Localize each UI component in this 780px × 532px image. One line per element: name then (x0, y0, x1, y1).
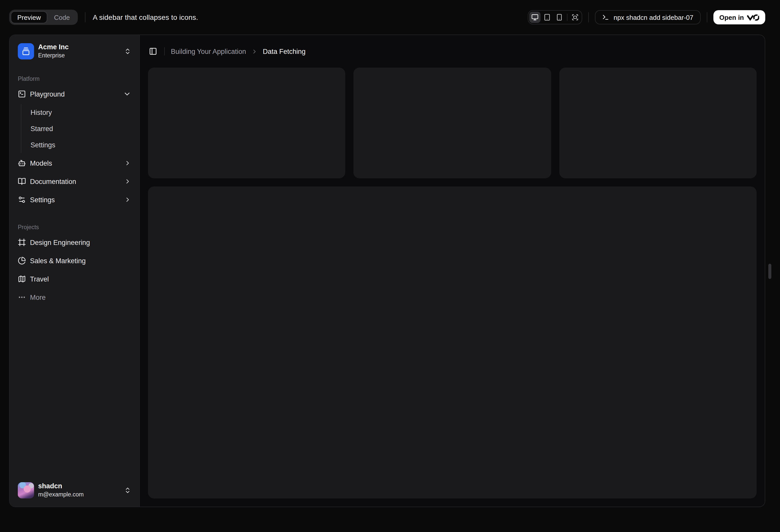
preview-toolbar: Preview Code A sidebar that collapses to… (0, 0, 780, 35)
content-body (140, 67, 765, 507)
chevrons-up-down-icon (124, 48, 131, 55)
fullscreen-icon (572, 14, 579, 21)
sidebar-item-label: Travel (30, 275, 49, 283)
sidebar-group-projects: Projects Design Engineering (14, 216, 135, 310)
tab-code[interactable]: Code (48, 11, 77, 23)
sidebar-item-more[interactable]: More (14, 289, 135, 305)
playground-submenu-wrap: History Starred Settings (14, 104, 135, 153)
settings-sliders-icon (18, 196, 26, 204)
sidebar-item-design-engineering[interactable]: Design Engineering (14, 234, 135, 251)
gallery-vertical-end-icon (22, 47, 30, 55)
sidebar-subitem-settings[interactable]: Settings (27, 138, 135, 152)
terminal-icon (602, 14, 609, 21)
placeholder-card (559, 67, 757, 178)
team-plan: Enterprise (38, 52, 69, 59)
sidebar-item-models[interactable]: Models (14, 155, 135, 171)
chevron-right-icon (124, 178, 131, 185)
sidebar-item-label: Playground (30, 90, 65, 98)
book-open-icon (18, 177, 26, 185)
sidebar-footer: shadcn m@example.com (14, 478, 135, 502)
group-label: Projects (14, 220, 135, 234)
sidebar-subitem-history[interactable]: History (27, 105, 135, 119)
sidebar-item-travel[interactable]: Travel (14, 271, 135, 287)
device-group-divider (567, 14, 568, 21)
monitor-icon (531, 14, 538, 21)
breadcrumb-section[interactable]: Building Your Application (171, 48, 246, 55)
user-avatar (18, 482, 34, 498)
user-menu-button[interactable]: shadcn m@example.com (14, 478, 135, 502)
view-toggle-group: Preview Code (9, 10, 78, 25)
placeholder-panel (148, 187, 757, 498)
breadcrumb-separator (251, 48, 258, 55)
user-email: m@example.com (38, 491, 84, 498)
sidebar-item-label: Models (30, 159, 52, 167)
sidebar-header: Acme Inc Enterprise (14, 39, 135, 63)
open-in-v0-button[interactable]: Open in (713, 10, 765, 24)
chevron-right-icon (251, 48, 258, 55)
placeholder-card (148, 67, 345, 178)
chevron-right-icon (124, 196, 131, 203)
desktop-view-button[interactable] (529, 12, 540, 23)
content-header: Building Your Application Data Fetching (140, 35, 765, 67)
chevron-down-icon (123, 90, 131, 98)
app-sidebar: Acme Inc Enterprise Platform (10, 35, 140, 507)
panel-left-icon (149, 47, 157, 55)
user-name: shadcn (38, 482, 84, 491)
frame-icon (18, 238, 26, 247)
breadcrumb: Building Your Application Data Fetching (171, 48, 306, 55)
ellipsis-icon (18, 293, 26, 301)
platform-menu: Playground History Starred Settings (14, 86, 135, 208)
sidebar-item-sales-marketing[interactable]: Sales & Marketing (14, 253, 135, 269)
smartphone-icon (556, 14, 563, 21)
fullscreen-button[interactable] (570, 12, 581, 23)
projects-menu: Design Engineering Sales & Marketing (14, 234, 135, 305)
sidebar-content: Platform Playground (14, 67, 135, 478)
header-divider (164, 47, 165, 55)
chevrons-up-down-icon (124, 487, 131, 494)
bot-icon (18, 159, 26, 167)
tab-preview[interactable]: Preview (11, 11, 48, 23)
page-scrollbar-thumb[interactable] (768, 264, 771, 279)
copy-command-button[interactable]: npx shadcn add sidebar-07 (595, 10, 701, 24)
v0-logo (747, 14, 759, 20)
device-toggle-group (528, 10, 582, 24)
sidebar-item-label: Sales & Marketing (30, 257, 86, 264)
playground-submenu: History Starred Settings (27, 104, 135, 153)
tablet-icon (544, 14, 551, 21)
block-preview-page: Preview Code A sidebar that collapses to… (0, 0, 780, 532)
command-text: npx shadcn add sidebar-07 (614, 13, 693, 21)
sidebar-item-label: Documentation (30, 177, 76, 185)
sidebar-item-label: Design Engineering (30, 238, 90, 246)
group-label: Platform (14, 72, 135, 86)
team-switcher-button[interactable]: Acme Inc Enterprise (14, 39, 135, 63)
team-name: Acme Inc (38, 44, 69, 52)
open-in-label: Open in (719, 13, 744, 21)
terminal-square-icon (18, 90, 26, 98)
sidebar-subitem-starred[interactable]: Starred (27, 121, 135, 136)
team-logo (18, 43, 34, 59)
breadcrumb-page: Data Fetching (263, 48, 306, 55)
sidebar-toggle-button[interactable] (146, 44, 160, 58)
user-info: shadcn m@example.com (38, 482, 84, 498)
map-icon (18, 275, 26, 283)
preview-frame: Acme Inc Enterprise Platform (9, 35, 765, 507)
mobile-view-button[interactable] (554, 12, 565, 23)
sidebar-item-label: More (30, 294, 46, 301)
sidebar-group-platform: Platform Playground (14, 67, 135, 212)
pie-chart-icon (18, 257, 26, 265)
chevron-right-icon (124, 160, 131, 167)
sidebar-item-label: Settings (30, 196, 55, 204)
tablet-view-button[interactable] (541, 12, 553, 23)
main-content: Building Your Application Data Fetching (140, 35, 765, 507)
sidebar-item-playground[interactable]: Playground (14, 86, 135, 102)
toolbar-divider (706, 12, 707, 22)
placeholder-card (354, 67, 551, 178)
team-info: Acme Inc Enterprise (38, 44, 69, 59)
sidebar-item-documentation[interactable]: Documentation (14, 173, 135, 190)
placeholder-grid (148, 67, 757, 178)
toolbar-divider (85, 12, 86, 22)
toolbar-divider (588, 12, 589, 22)
toolbar-right: npx shadcn add sidebar-07 Open in (528, 10, 765, 24)
block-description: A sidebar that collapses to icons. (93, 13, 198, 21)
sidebar-item-settings[interactable]: Settings (14, 192, 135, 208)
